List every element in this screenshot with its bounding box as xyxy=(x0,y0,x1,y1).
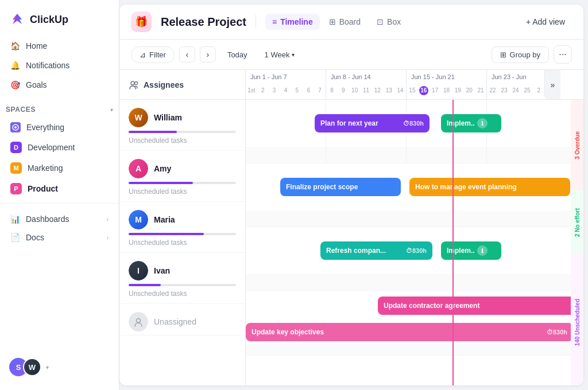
spaces-chevron: ▾ xyxy=(110,107,113,113)
sidebar-item-marketing[interactable]: M Marketing xyxy=(5,158,114,178)
maria-name: Maria xyxy=(154,215,175,224)
bar-refresh-label: Refresh compan... xyxy=(326,247,386,255)
docs-icon: 📄 xyxy=(10,233,20,242)
nav-prev-button[interactable]: ‹ xyxy=(179,46,195,63)
assignee-row-amy: A Amy Unscheduled tasks xyxy=(119,151,245,202)
william-unscheduled: Unscheduled tasks xyxy=(119,135,245,150)
unassigned-name: Unassigned xyxy=(154,317,196,326)
collapse-timeline-button[interactable]: » xyxy=(544,70,560,99)
svg-point-7 xyxy=(137,319,141,323)
docs-chevron: › xyxy=(107,235,109,241)
chevron-left-icon: ‹ xyxy=(186,50,189,59)
tab-board[interactable]: ⊞ Board xyxy=(322,14,368,30)
bar-contractor[interactable]: Update contractor agreement xyxy=(378,297,582,315)
filter-button[interactable]: ⊿ Filter xyxy=(131,46,175,63)
assignee-row-ivan: I Ivan Unscheduled tasks xyxy=(119,253,245,304)
sidebar-item-notifications[interactable]: 🔔 Notifications xyxy=(5,56,114,75)
sidebar-item-docs[interactable]: 📄 Docs › xyxy=(5,229,114,246)
assignee-column: Assignees W William Unscheduled tasks xyxy=(119,70,246,385)
bar-implement-maria[interactable]: Implem.. ℹ xyxy=(441,241,501,260)
william-unscheduled-row xyxy=(246,147,583,163)
svg-point-6 xyxy=(135,81,138,84)
user-avatar-2[interactable]: W xyxy=(23,358,41,376)
add-view-button[interactable]: + Add view xyxy=(519,14,572,30)
bar-implement-william[interactable]: Implem.. ℹ xyxy=(441,114,501,132)
header-tabs: ≡ Timeline ⊞ Board ⊡ Box xyxy=(265,14,408,30)
no-effort-badge[interactable]: 2 No effort xyxy=(571,190,583,254)
main-content: 🎁 Release Project ≡ Timeline ⊞ Board ⊡ B… xyxy=(119,5,583,385)
everything-icon xyxy=(10,122,21,132)
bar-finalize-label: Finalize project scope xyxy=(286,183,358,191)
assignee-row-unassigned: Unassigned xyxy=(119,304,245,336)
tab-timeline[interactable]: ≡ Timeline xyxy=(265,14,320,30)
spaces-header[interactable]: Spaces ▾ xyxy=(0,101,119,118)
box-icon: ⊡ xyxy=(377,17,384,26)
amy-unscheduled-row xyxy=(246,210,583,227)
week-1: Jun 1 - Jun 7 1st 2 3 4 5 6 7 xyxy=(246,70,326,99)
bar-implement-maria-label: Implem.. xyxy=(447,247,475,255)
tab-board-label: Board xyxy=(339,17,361,26)
sidebar-item-goals-label: Goals xyxy=(26,80,47,89)
more-options-button[interactable]: ··· xyxy=(554,45,572,64)
sidebar-item-everything[interactable]: Everything xyxy=(5,118,114,136)
week-4-label: Jun 23 - Jun xyxy=(487,70,544,81)
sidebar-item-marketing-label: Marketing xyxy=(28,163,63,173)
bar-key-objectives[interactable]: Update key objectives ⏱830h xyxy=(246,323,573,341)
sidebar-item-everything-label: Everything xyxy=(26,123,64,132)
grid-row-ivan: Update contractor agreement Update key o… xyxy=(246,291,583,356)
sidebar-item-home[interactable]: 🏠 Home xyxy=(5,37,114,55)
dashboards-icon: 📊 xyxy=(10,214,20,224)
unscheduled-badge[interactable]: 140 Unscheduled xyxy=(571,254,583,385)
bar-plan-next-year[interactable]: Plan for next year ⏱830h xyxy=(315,114,430,132)
toolbar: ⊿ Filter ‹ › Today 1 Week ▾ ⊞ Group by ·… xyxy=(119,40,583,70)
week-label: 1 Week xyxy=(265,50,290,59)
right-badges: 3 Overdue 2 No effort 140 Unscheduled xyxy=(571,100,583,385)
nav-next-button[interactable]: › xyxy=(200,46,216,63)
today-button[interactable]: Today xyxy=(220,47,254,63)
william-progress-bar-wrap xyxy=(129,131,236,133)
group-by-button[interactable]: ⊞ Group by xyxy=(492,46,549,63)
bar-event-planning[interactable]: How to manage event planning xyxy=(409,178,570,196)
header: 🎁 Release Project ≡ Timeline ⊞ Board ⊡ B… xyxy=(119,5,583,40)
sidebar-item-development-label: Development xyxy=(28,143,75,152)
sidebar-item-goals[interactable]: 🎯 Goals xyxy=(5,76,114,94)
amy-unscheduled: Unscheduled tasks xyxy=(119,186,245,201)
group-icon: ⊞ xyxy=(500,50,506,59)
marketing-dot: M xyxy=(10,162,22,174)
sidebar-item-development[interactable]: D Development xyxy=(5,138,114,157)
overdue-badge[interactable]: 3 Overdue xyxy=(571,100,583,190)
user-chevron[interactable]: ▾ xyxy=(46,364,49,370)
maria-progress-bar xyxy=(129,233,204,235)
sidebar-item-product[interactable]: P Product xyxy=(5,179,114,198)
chevron-right-icon: › xyxy=(207,50,210,59)
add-view-label: + Add view xyxy=(526,17,565,26)
ivan-progress-bar-wrap xyxy=(129,284,236,286)
clickup-logo-icon xyxy=(9,11,25,28)
goals-icon: 🎯 xyxy=(10,80,20,89)
logo-area: ClickUp xyxy=(0,7,119,37)
amy-progress-bar-wrap xyxy=(129,182,236,184)
week-2-label: Jun 8 - Jun 14 xyxy=(326,70,406,81)
week-chevron: ▾ xyxy=(292,52,295,58)
spaces-title: Spaces xyxy=(6,106,36,114)
timeline-icon: ≡ xyxy=(272,17,277,26)
bar-finalize[interactable]: Finalize project scope xyxy=(280,178,401,196)
unscheduled-badge-label: 140 Unscheduled xyxy=(574,299,581,346)
bar-key-obj-label: Update key objectives xyxy=(252,328,324,336)
maria-unscheduled-row xyxy=(246,274,583,290)
date-header: Jun 1 - Jun 7 1st 2 3 4 5 6 7 Jun 8 - Ju… xyxy=(246,70,583,100)
assignee-header: Assignees xyxy=(119,70,245,100)
ivan-row2: Update key objectives ⏱830h xyxy=(246,321,583,344)
bar-refresh[interactable]: Refresh compan... ⏱830h xyxy=(320,241,432,260)
avatar-amy: A xyxy=(129,159,148,178)
tab-box[interactable]: ⊡ Box xyxy=(370,14,408,30)
amy-progress-bar xyxy=(129,182,193,184)
bar-key-obj-hours: ⏱830h xyxy=(547,329,567,336)
product-dot: P xyxy=(10,183,22,194)
project-title: Release Project xyxy=(161,15,246,29)
week-select[interactable]: 1 Week ▾ xyxy=(259,47,301,63)
william-name: William xyxy=(154,113,182,122)
maria-unscheduled: Unscheduled tasks xyxy=(119,237,245,252)
sidebar-item-dashboards[interactable]: 📊 Dashboards › xyxy=(5,210,114,228)
today-marker: 16 xyxy=(419,86,428,95)
